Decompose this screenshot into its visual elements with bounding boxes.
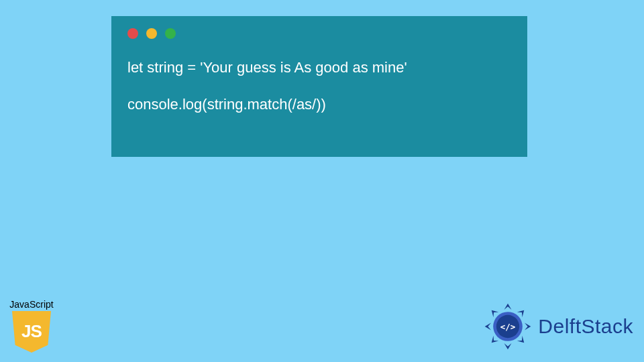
javascript-shield-text: JS [21, 320, 42, 341]
svg-text:</>: </> [500, 322, 516, 332]
delftstack-brand-text: DelftStack [538, 315, 633, 338]
code-block: let string = 'Your guess is As good as m… [127, 58, 511, 115]
delftstack-logo: </> DelftStack [482, 300, 633, 353]
code-line: console.log(string.match(/as/)) [127, 95, 511, 115]
javascript-label: JavaScript [7, 299, 56, 310]
close-icon [127, 28, 138, 39]
minimize-icon [146, 28, 157, 39]
maximize-icon [165, 28, 176, 39]
delftstack-emblem-icon: </> [482, 300, 534, 353]
code-window: let string = 'Your guess is As good as m… [111, 16, 527, 157]
javascript-shield-icon: JS [12, 311, 51, 353]
javascript-badge: JavaScript JS [7, 299, 56, 353]
window-controls [127, 28, 511, 39]
code-line: let string = 'Your guess is As good as m… [127, 58, 511, 78]
